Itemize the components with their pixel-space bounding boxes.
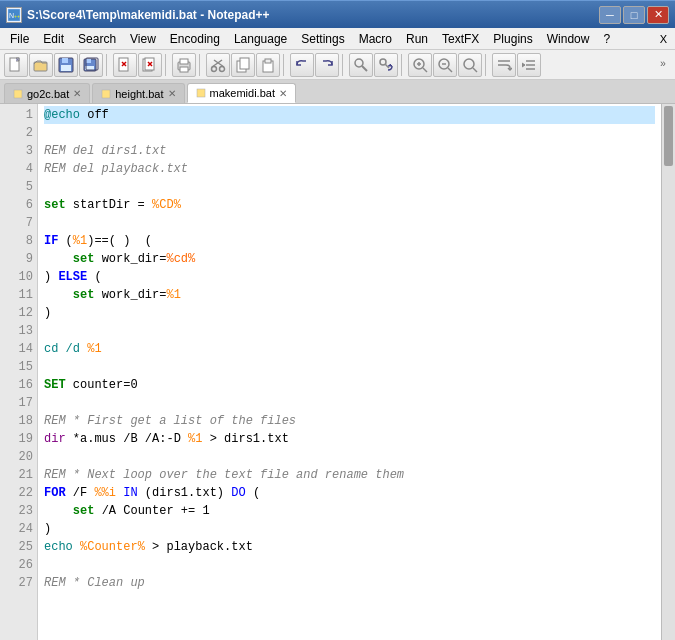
svg-rect-28 [240,58,249,69]
menu-view[interactable]: View [124,30,162,48]
svg-line-36 [423,68,427,72]
code-line-18[interactable]: REM * First get a list of the files [44,412,655,430]
menu-language[interactable]: Language [228,30,293,48]
code-line-16[interactable]: SET counter=0 [44,376,655,394]
svg-line-40 [448,68,452,72]
toolbar-zoom-in[interactable] [408,53,432,77]
svg-line-43 [473,68,477,72]
toolbar-print[interactable] [172,53,196,77]
code-line-22[interactable]: FOR /F %%i IN (dirs1.txt) DO ( [44,484,655,502]
code-line-15[interactable] [44,358,655,376]
svg-rect-8 [61,65,71,71]
menu-textfx[interactable]: TextFX [436,30,485,48]
svg-line-32 [362,66,367,71]
menu-encoding[interactable]: Encoding [164,30,226,48]
tab-height[interactable]: height.bat ✕ [92,83,184,103]
toolbar-indent[interactable] [517,53,541,77]
code-line-5[interactable] [44,178,655,196]
line-number-22: 22 [4,484,33,502]
toolbar-new[interactable] [4,53,28,77]
svg-point-42 [464,59,474,69]
menu-file[interactable]: File [4,30,35,48]
title-bar: N ++ S:\Score4\Temp\makemidi.bat - Notep… [0,0,675,28]
code-line-8[interactable]: IF (%1)==( ) ( [44,232,655,250]
toolbar-redo[interactable] [315,53,339,77]
code-line-24[interactable]: ) [44,520,655,538]
line-number-23: 23 [4,502,33,520]
svg-rect-7 [62,58,68,63]
toolbar-zoom-out[interactable] [433,53,457,77]
menu-run[interactable]: Run [400,30,434,48]
toolbar-overflow[interactable]: » [655,53,671,77]
toolbar-open[interactable] [29,53,53,77]
svg-rect-30 [265,59,271,63]
toolbar-undo[interactable] [290,53,314,77]
code-line-1[interactable]: @echo off [44,106,655,124]
toolbar-sep-5 [342,54,346,76]
line-number-25: 25 [4,538,33,556]
code-line-6[interactable]: set startDir = %CD% [44,196,655,214]
code-line-17[interactable] [44,394,655,412]
toolbar-find[interactable] [349,53,373,77]
line-number-20: 20 [4,448,33,466]
tab-bar: go2c.bat ✕ height.bat ✕ makemidi.bat ✕ [0,80,675,104]
tab-close-go2c[interactable]: ✕ [73,88,81,99]
code-line-3[interactable]: REM del dirs1.txt [44,142,655,160]
menu-edit[interactable]: Edit [37,30,70,48]
toolbar-copy[interactable] [231,53,255,77]
code-line-27[interactable]: REM * Clean up [44,574,655,592]
menu-window[interactable]: Window [541,30,596,48]
tab-close-makemidi[interactable]: ✕ [279,88,287,99]
toolbar-cut[interactable] [206,53,230,77]
menu-plugins[interactable]: Plugins [487,30,538,48]
code-line-14[interactable]: cd /d %1 [44,340,655,358]
toolbar-close-all[interactable] [138,53,162,77]
menu-macro[interactable]: Macro [353,30,398,48]
line-number-17: 17 [4,394,33,412]
menu-settings[interactable]: Settings [295,30,350,48]
svg-text:++: ++ [14,13,20,19]
toolbar-save[interactable] [54,53,78,77]
tab-icon-makemidi [196,88,206,98]
toolbar-sep-4 [283,54,287,76]
code-area[interactable]: @echo offREM del dirs1.txtREM del playba… [38,104,661,640]
menu-help[interactable]: ? [597,30,616,48]
close-button[interactable]: ✕ [647,6,669,24]
tab-go2c[interactable]: go2c.bat ✕ [4,83,90,103]
code-line-23[interactable]: set /A Counter += 1 [44,502,655,520]
code-line-13[interactable] [44,322,655,340]
line-number-9: 9 [4,250,33,268]
toolbar-sep-2 [165,54,169,76]
tab-label-height: height.bat [115,88,163,100]
menu-search[interactable]: Search [72,30,122,48]
code-line-4[interactable]: REM del playback.txt [44,160,655,178]
toolbar-save-all[interactable] [79,53,103,77]
toolbar-paste[interactable] [256,53,280,77]
svg-rect-48 [14,90,22,98]
minimize-button[interactable]: ─ [599,6,621,24]
code-line-10[interactable]: ) ELSE ( [44,268,655,286]
line-number-15: 15 [4,358,33,376]
maximize-button[interactable]: □ [623,6,645,24]
toolbar-sync-zoom[interactable] [458,53,482,77]
code-line-20[interactable] [44,448,655,466]
close-tab-x[interactable]: X [656,31,671,47]
code-line-7[interactable] [44,214,655,232]
code-line-11[interactable]: set work_dir=%1 [44,286,655,304]
code-line-2[interactable] [44,124,655,142]
svg-rect-21 [180,59,188,64]
tab-close-height[interactable]: ✕ [168,88,176,99]
vertical-scrollbar[interactable] [661,104,675,640]
toolbar-word-wrap[interactable] [492,53,516,77]
code-line-12[interactable]: ) [44,304,655,322]
toolbar-replace[interactable] [374,53,398,77]
scrollbar-thumb[interactable] [664,106,673,166]
code-line-19[interactable]: dir *a.mus /B /A:-D %1 > dirs1.txt [44,430,655,448]
line-number-13: 13 [4,322,33,340]
code-line-26[interactable] [44,556,655,574]
code-line-9[interactable]: set work_dir=%cd% [44,250,655,268]
tab-makemidi[interactable]: makemidi.bat ✕ [187,83,296,103]
toolbar-close[interactable] [113,53,137,77]
code-line-25[interactable]: echo %Counter% > playback.txt [44,538,655,556]
code-line-21[interactable]: REM * Next loop over the text file and r… [44,466,655,484]
